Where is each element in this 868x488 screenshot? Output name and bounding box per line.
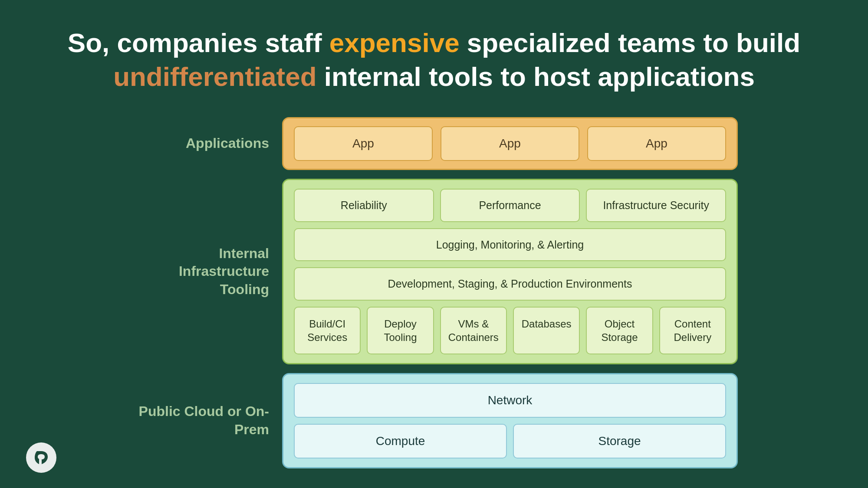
network-box: Network	[294, 383, 726, 418]
headline-part3: internal tools to host applications	[317, 62, 755, 92]
compute-box: Compute	[294, 424, 507, 459]
infra-row-4: Build/CIServices DeployTooling VMs &Cont…	[294, 307, 726, 354]
headline: So, companies staff expensive specialize…	[68, 26, 800, 93]
content-delivery-box: ContentDelivery	[659, 307, 726, 354]
infra-container: Reliability Performance Infrastructure S…	[282, 179, 738, 364]
svg-point-0	[26, 442, 56, 473]
applications-label: Applications	[130, 134, 269, 153]
headline-expensive: expensive	[329, 28, 460, 58]
cloud-container: Network Compute Storage	[282, 373, 738, 468]
app-box-2: App	[441, 126, 579, 161]
performance-box: Performance	[440, 189, 580, 222]
reliability-box: Reliability	[294, 189, 434, 222]
dev-staging-box: Development, Staging, & Production Envir…	[294, 267, 726, 301]
logo-svg	[26, 442, 56, 473]
deploy-tooling-box: DeployTooling	[367, 307, 434, 354]
applications-container: App App App	[282, 117, 738, 170]
cloud-bottom-row: Compute Storage	[294, 424, 726, 459]
infra-security-box: Infrastructure Security	[586, 189, 726, 222]
headline-undifferentiated: undifferentiated	[113, 62, 316, 92]
slide: So, companies staff expensive specialize…	[0, 0, 868, 488]
infra-row-1: Reliability Performance Infrastructure S…	[294, 189, 726, 222]
infra-row-3: Development, Staging, & Production Envir…	[294, 267, 726, 301]
infra-label: Internal Infrastructure Tooling	[130, 245, 269, 299]
applications-row: Applications App App App	[130, 117, 738, 170]
storage-box: Storage	[513, 424, 726, 459]
diagram-area: Applications App App App Internal Infras…	[130, 117, 738, 468]
infra-row-2: Logging, Monitoring, & Alerting	[294, 228, 726, 262]
infra-row: Internal Infrastructure Tooling Reliabil…	[130, 179, 738, 364]
app-box-3: App	[587, 126, 726, 161]
databases-box: Databases	[513, 307, 580, 354]
logo	[26, 442, 56, 473]
cloud-label: Public Cloud or On-Prem	[130, 403, 269, 439]
vms-containers-box: VMs &Containers	[440, 307, 507, 354]
headline-part2: specialized teams to build	[460, 28, 801, 58]
cloud-row: Public Cloud or On-Prem Network Compute …	[130, 373, 738, 468]
app-box-1: App	[294, 126, 433, 161]
headline-part1: So, companies staff	[68, 28, 329, 58]
object-storage-box: ObjectStorage	[586, 307, 653, 354]
logging-box: Logging, Monitoring, & Alerting	[294, 228, 726, 262]
buildci-box: Build/CIServices	[294, 307, 361, 354]
